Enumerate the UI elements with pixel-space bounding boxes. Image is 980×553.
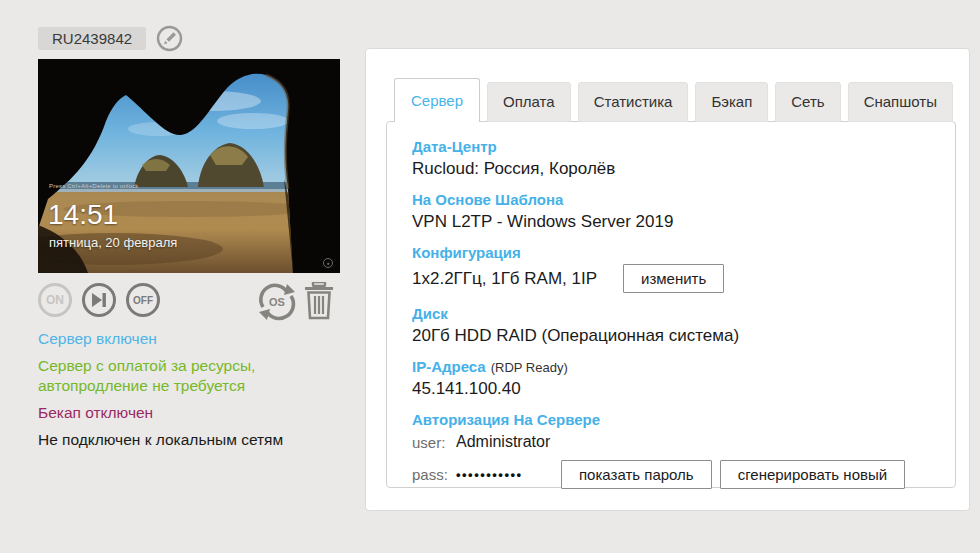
ip-label: IP-Адреса(RDP Ready) xyxy=(412,358,935,375)
reinstall-os-button[interactable]: OS xyxy=(254,281,300,323)
change-configuration-button[interactable]: изменить xyxy=(623,264,724,293)
tab-backup[interactable]: Бэкап xyxy=(695,82,768,122)
disk-label: Диск xyxy=(412,305,935,322)
user-value: Administrator xyxy=(456,433,550,451)
edit-name-button[interactable] xyxy=(156,25,183,52)
datacenter-label: Дата-Центр xyxy=(412,138,935,155)
auth-label: Авторизация На Сервере xyxy=(412,411,935,428)
pencil-icon xyxy=(163,32,176,45)
lockscreen-date: пятница, 20 февраля xyxy=(49,235,177,250)
power-on-button[interactable]: ON xyxy=(38,283,72,317)
delete-server-button[interactable] xyxy=(304,282,334,320)
field-auth: Авторизация На Сервере user: Administrat… xyxy=(412,411,935,489)
server-details-panel: Сервер Оплата Статистика Бэкап Сеть Снап… xyxy=(365,48,970,511)
pass-masked-value: ••••••••••• xyxy=(456,467,559,482)
field-configuration: Конфигурация 1x2.2ГГц, 1Гб RAM, 1IP изме… xyxy=(412,244,935,293)
template-label: На Основе Шаблона xyxy=(412,191,935,208)
user-row: user: Administrator xyxy=(412,433,935,451)
configuration-label: Конфигурация xyxy=(412,244,935,261)
pass-row: pass: ••••••••••• показать пароль сгенер… xyxy=(412,460,935,489)
disk-value: 20Гб HDD RAID (Операционная система) xyxy=(412,325,935,346)
generate-password-button[interactable]: сгенерировать новый xyxy=(720,460,905,489)
tab-server[interactable]: Сервер xyxy=(394,78,480,122)
tab-payment[interactable]: Оплата xyxy=(487,82,571,122)
lockscreen-unlock-hint: Press Ctrl+Alt+Delete to unlock xyxy=(49,183,139,189)
server-tab-content: Дата-Центр Rucloud: Россия, Королёв На О… xyxy=(386,121,956,488)
datacenter-value: Rucloud: Россия, Королёв xyxy=(412,158,935,179)
restart-button[interactable] xyxy=(82,283,116,317)
ip-value: 45.141.100.40 xyxy=(412,378,935,399)
trash-icon xyxy=(305,282,333,318)
server-summary-column: RU2439842 xyxy=(38,25,348,457)
status-network: Не подключен к локальным сетям xyxy=(38,430,344,450)
pass-label: pass: xyxy=(412,466,456,483)
pass-buttons: показать пароль сгенерировать новый xyxy=(561,460,905,489)
tab-statistics[interactable]: Статистика xyxy=(578,82,689,122)
configuration-value: 1x2.2ГГц, 1Гб RAM, 1IP xyxy=(412,268,597,289)
server-id-row: RU2439842 xyxy=(38,25,348,51)
tab-bar: Сервер Оплата Статистика Бэкап Сеть Снап… xyxy=(394,76,960,122)
field-disk: Диск 20Гб HDD RAID (Операционная система… xyxy=(412,305,935,346)
user-label: user: xyxy=(412,434,456,451)
field-template: На Основе Шаблона VPN L2TP - Windows Ser… xyxy=(412,191,935,232)
server-id-badge: RU2439842 xyxy=(38,27,146,50)
field-datacenter: Дата-Центр Rucloud: Россия, Королёв xyxy=(412,138,935,179)
show-password-button[interactable]: показать пароль xyxy=(561,460,712,489)
os-icon-text: OS xyxy=(269,296,285,308)
power-off-button[interactable]: OFF xyxy=(126,283,160,317)
field-ip: IP-Адреса(RDP Ready) 45.141.100.40 xyxy=(412,358,935,399)
template-value: VPN L2TP - Windows Server 2019 xyxy=(412,211,935,232)
restart-icon xyxy=(91,293,107,307)
status-backup: Бекап отключен xyxy=(38,403,344,423)
ip-label-text: IP-Адреса xyxy=(412,358,486,375)
tab-snapshots[interactable]: Снапшоты xyxy=(848,82,953,122)
rdp-ready-note: (RDP Ready) xyxy=(491,360,568,375)
status-power: Сервер включен xyxy=(38,329,344,349)
status-billing: Сервер с оплатой за ресурсы, автопродлен… xyxy=(38,356,344,396)
lockscreen-ease-of-access-icon: ● xyxy=(323,258,333,268)
server-status-list: Сервер включен Сервер с оплатой за ресур… xyxy=(38,329,344,450)
server-screen-preview[interactable]: Press Ctrl+Alt+Delete to unlock 14:51 пя… xyxy=(38,59,340,273)
lockscreen-time: 14:51 xyxy=(48,199,118,231)
tab-network[interactable]: Сеть xyxy=(775,82,840,122)
server-controls: ON OFF OS xyxy=(38,281,348,325)
